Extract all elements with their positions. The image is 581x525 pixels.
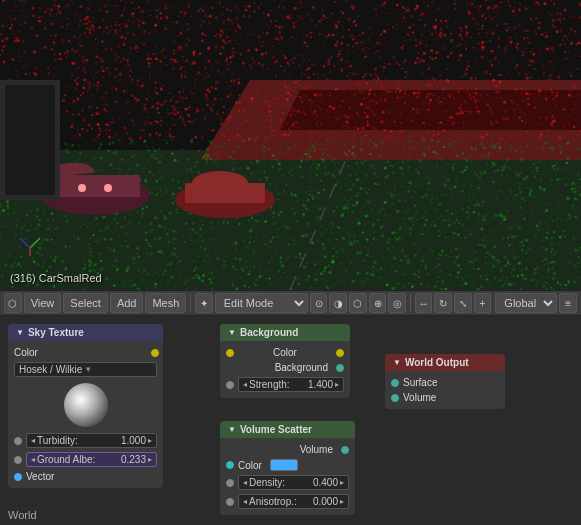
anisotropy-field[interactable]: ◂ Anisotrop.: 0.000 ▸ [238, 494, 349, 509]
vol-color-row: Color [220, 457, 355, 473]
shading-btn[interactable]: ◑ [329, 293, 347, 313]
snap-btn[interactable]: ⊕ [369, 293, 387, 313]
bg-out-label: Background [275, 362, 328, 373]
strength-socket[interactable] [226, 381, 234, 389]
density-socket[interactable] [226, 479, 234, 487]
sky-texture-header: ▼ Sky Texture [8, 324, 163, 341]
hosek-dropdown[interactable]: Hosek / Wilkie ▼ [14, 362, 157, 377]
anisotropy-row: ◂ Anisotrop.: 0.000 ▸ [220, 492, 355, 511]
select-menu-btn[interactable]: Select [63, 293, 108, 313]
volume-input-socket[interactable] [391, 394, 399, 402]
global-select[interactable]: Global Local [495, 293, 557, 313]
sky-texture-body: Color Hosek / Wilkie ▼ ◂ Turbidity: 1.00… [8, 341, 163, 488]
turbidity-row: ◂ Turbidity: 1.000 ▸ [8, 431, 163, 450]
volume-scatter-title: Volume Scatter [240, 424, 312, 435]
world-label: World [8, 509, 37, 521]
volume-scatter-collapse[interactable]: ▼ [228, 425, 236, 434]
surface-row: Surface [385, 375, 505, 390]
hosek-row: Hosek / Wilkie ▼ [8, 360, 163, 379]
transform-btn[interactable]: ↔ [415, 293, 433, 313]
anisotropy-value: 0.000 [313, 496, 338, 507]
node-editor: ▼ Sky Texture Color Hosek / Wilkie ▼ [0, 316, 581, 525]
overlay-btn[interactable]: ⊙ [310, 293, 328, 313]
strength-field[interactable]: ◂ Strength: 1.400 ▸ [238, 377, 344, 392]
mesh-menu-btn[interactable]: Mesh [145, 293, 186, 313]
ground-left: ◂ [31, 455, 35, 464]
world-output-collapse[interactable]: ▼ [393, 358, 401, 367]
volume-scatter-body: Volume Color ◂ Density: 0.400 ▸ [220, 438, 355, 515]
sky-color-socket[interactable] [151, 349, 159, 357]
bg-out-socket[interactable] [336, 364, 344, 372]
density-right: ▸ [340, 478, 344, 487]
bg-color-in-socket[interactable] [226, 349, 234, 357]
hosek-label: Hosek / Wilkie [19, 364, 82, 375]
vol-color-in-socket[interactable] [226, 461, 234, 469]
background-node: ▼ Background Color Background ◂ Strength… [220, 324, 350, 398]
volume-input-label: Volume [403, 392, 436, 403]
background-title: Background [240, 327, 298, 338]
options-btn[interactable]: ≡ [559, 293, 577, 313]
turbidity-field[interactable]: ◂ Turbidity: 1.000 ▸ [26, 433, 157, 448]
world-output-title: World Output [405, 357, 469, 368]
viewport-shading-btn[interactable]: ⬡ [349, 293, 367, 313]
anisotropy-right: ▸ [340, 497, 344, 506]
svg-line-0 [30, 238, 40, 248]
bg-color-label: Color [273, 347, 297, 358]
dropdown-arrow: ▼ [84, 365, 92, 374]
turbidity-right: ▸ [148, 436, 152, 445]
mode-icon: ✦ [195, 293, 213, 313]
density-field[interactable]: ◂ Density: 0.400 ▸ [238, 475, 349, 490]
vol-color-label: Color [238, 460, 262, 471]
view-menu-btn[interactable]: View [24, 293, 62, 313]
density-value: 0.400 [313, 477, 338, 488]
cursor-btn[interactable]: + [474, 293, 492, 313]
turbidity-socket[interactable] [14, 437, 22, 445]
sky-color-row: Color [8, 345, 163, 360]
sky-texture-node: ▼ Sky Texture Color Hosek / Wilkie ▼ [8, 324, 163, 488]
toolbar: ⬡ View Select Add Mesh ✦ Edit Mode Objec… [0, 290, 581, 316]
scale-btn[interactable]: ⤡ [454, 293, 472, 313]
ground-socket[interactable] [14, 456, 22, 464]
density-row: ◂ Density: 0.400 ▸ [220, 473, 355, 492]
turbidity-label: Turbidity: [37, 435, 78, 446]
background-body: Color Background ◂ Strength: 1.400 ▸ [220, 341, 350, 398]
sky-texture-title: Sky Texture [28, 327, 84, 338]
ground-right: ▸ [148, 455, 152, 464]
bg-connector-row: Background [220, 360, 350, 375]
ground-field[interactable]: ◂ Ground Albe: 0.233 ▸ [26, 452, 157, 467]
world-output-node: ▼ World Output Surface Volume [385, 354, 505, 409]
volume-input-row: Volume [385, 390, 505, 405]
world-output-body: Surface Volume [385, 371, 505, 409]
ground-value: 0.233 [121, 454, 146, 465]
strength-label: Strength: [249, 379, 290, 390]
mode-select[interactable]: Edit Mode Object Mode [215, 293, 308, 313]
sphere-preview [64, 383, 108, 427]
anisotropy-socket[interactable] [226, 498, 234, 506]
turbidity-value: 1.000 [121, 435, 146, 446]
add-menu-btn[interactable]: Add [110, 293, 144, 313]
strength-row: ◂ Strength: 1.400 ▸ [220, 375, 350, 394]
volume-scatter-node: ▼ Volume Scatter Volume Color ◂ Density: [220, 421, 355, 515]
surface-socket[interactable] [391, 379, 399, 387]
viewport: (316) CarSmalRed [0, 0, 581, 290]
ground-albe-row: ◂ Ground Albe: 0.233 ▸ [8, 450, 163, 469]
vol-out-socket[interactable] [341, 446, 349, 454]
background-header: ▼ Background [220, 324, 350, 341]
vector-socket[interactable] [14, 473, 22, 481]
vol-color-swatch[interactable] [270, 459, 298, 471]
bg-color-out-socket[interactable] [336, 349, 344, 357]
vector-label: Vector [26, 471, 54, 482]
strength-value: 1.400 [308, 379, 333, 390]
proportional-btn[interactable]: ◎ [388, 293, 406, 313]
strength-left: ◂ [243, 380, 247, 389]
rotate-btn[interactable]: ↻ [434, 293, 452, 313]
world-output-header: ▼ World Output [385, 354, 505, 371]
surface-label: Surface [403, 377, 437, 388]
density-left: ◂ [243, 478, 247, 487]
anisotropy-label: Anisotrop.: [249, 496, 297, 507]
vector-row: Vector [8, 469, 163, 484]
background-collapse[interactable]: ▼ [228, 328, 236, 337]
sky-texture-collapse[interactable]: ▼ [16, 328, 24, 337]
viewport-icon-btn[interactable]: ⬡ [4, 293, 22, 313]
axis-indicator [15, 228, 45, 260]
